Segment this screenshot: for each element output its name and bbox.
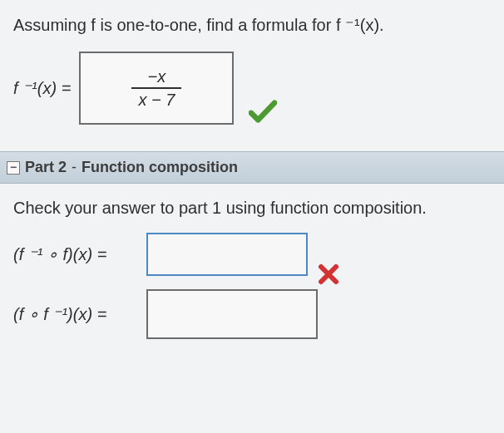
question-1-text: Assuming f is one-to-one, find a formula… <box>8 15 496 35</box>
answer-1-box[interactable]: −x x − 7 <box>79 52 234 125</box>
lhs-1: f ⁻¹(x) = <box>13 78 71 98</box>
answer-1-row: f ⁻¹(x) = −x x − 7 <box>8 48 496 128</box>
part-2-header: − Part 2 - Function composition <box>0 151 504 184</box>
lhs-2b: (f ∘ f ⁻¹)(x) = <box>13 304 138 324</box>
check-icon <box>249 99 277 128</box>
question-2-text: Check your answer to part 1 using functi… <box>8 199 496 218</box>
answer-2a-box[interactable] <box>146 233 308 276</box>
part-2-title: Function composition <box>82 159 238 176</box>
answer-2b-row: (f ∘ f ⁻¹)(x) = <box>8 286 496 342</box>
part-2-label: Part 2 <box>25 159 67 176</box>
answer-2b-box[interactable] <box>146 289 318 339</box>
collapse-icon[interactable]: − <box>7 161 20 175</box>
cross-icon <box>318 263 339 289</box>
answer-1-denominator: x − 7 <box>131 87 181 109</box>
lhs-2a: (f ⁻¹ ∘ f)(x) = <box>13 244 138 264</box>
part-2-dash: - <box>72 159 77 176</box>
answer-1-fraction: −x x − 7 <box>131 67 181 109</box>
answer-2a-row: (f ⁻¹ ∘ f)(x) = <box>8 229 496 279</box>
answer-1-numerator: −x <box>141 67 172 87</box>
